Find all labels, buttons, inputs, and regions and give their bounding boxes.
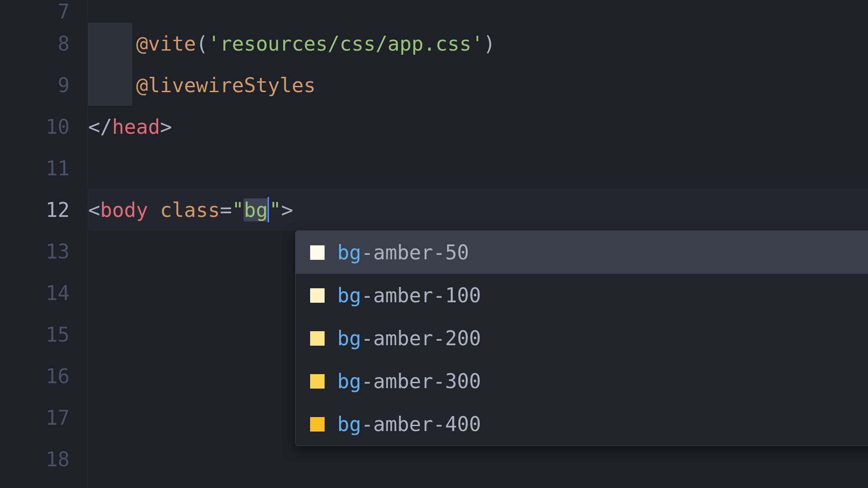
autocomplete-match: bg bbox=[337, 327, 361, 350]
code-line[interactable]: @vite('resources/css/app.css') bbox=[88, 23, 868, 64]
paren-close: ) bbox=[483, 32, 495, 55]
tag-open: < bbox=[88, 198, 100, 221]
space bbox=[148, 198, 160, 221]
code-editor: 7 8 9 10 11 12 13 14 15 16 17 18 @vite('… bbox=[0, 0, 868, 488]
line-number: 16 bbox=[0, 355, 88, 397]
line-number-gutter: 7 8 9 10 11 12 13 14 15 16 17 18 bbox=[0, 0, 88, 488]
code-line[interactable] bbox=[88, 0, 868, 23]
code-area[interactable]: @vite('resources/css/app.css') @livewire… bbox=[88, 0, 868, 488]
color-swatch-icon bbox=[310, 245, 325, 260]
attr-value-typed: bg bbox=[244, 198, 268, 221]
equals: = bbox=[220, 198, 232, 221]
tag-close: > bbox=[160, 115, 172, 138]
autocomplete-item[interactable]: bg-amber-50 bbox=[296, 231, 868, 274]
line-number: 10 bbox=[0, 106, 88, 147]
quote-close: " bbox=[269, 198, 281, 221]
color-swatch-icon bbox=[310, 331, 325, 346]
autocomplete-item[interactable]: bg-amber-300 bbox=[296, 360, 868, 403]
color-swatch-icon bbox=[310, 417, 325, 432]
line-number: 15 bbox=[0, 314, 88, 355]
code-line[interactable]: </head> bbox=[88, 106, 868, 147]
paren-open: ( bbox=[196, 32, 208, 55]
autocomplete-item[interactable]: bg-amber-400 bbox=[296, 403, 868, 446]
line-number: 8 bbox=[0, 23, 88, 64]
line-number: 13 bbox=[0, 230, 88, 272]
code-line[interactable] bbox=[88, 147, 868, 189]
line-number-active: 12 bbox=[0, 189, 88, 230]
autocomplete-popup: bg-amber-50 bg-amber-100 bg-amber-200 bg… bbox=[295, 230, 868, 446]
color-swatch-icon bbox=[310, 288, 325, 303]
autocomplete-rest: -amber-200 bbox=[361, 327, 481, 350]
quote-open: " bbox=[232, 198, 244, 221]
line-number: 17 bbox=[0, 397, 88, 438]
autocomplete-rest: -amber-300 bbox=[361, 370, 481, 393]
color-swatch-icon bbox=[310, 374, 325, 389]
line-number: 14 bbox=[0, 272, 88, 314]
code-line[interactable]: @livewireStyles bbox=[88, 64, 868, 106]
html-tag: head bbox=[112, 115, 160, 138]
autocomplete-match: bg bbox=[337, 370, 361, 393]
code-line-active[interactable]: <body class="bg"> bbox=[88, 189, 868, 230]
autocomplete-item[interactable]: bg-amber-100 bbox=[296, 274, 868, 317]
autocomplete-item[interactable]: bg-amber-200 bbox=[296, 317, 868, 360]
string-literal: 'resources/css/app.css' bbox=[208, 32, 483, 55]
autocomplete-rest: -amber-400 bbox=[361, 413, 481, 436]
tag-close: > bbox=[281, 198, 293, 221]
line-number: 7 bbox=[0, 0, 88, 23]
text-cursor bbox=[268, 197, 269, 222]
html-tag: body bbox=[100, 198, 148, 221]
autocomplete-rest: -amber-50 bbox=[361, 241, 469, 264]
blade-directive: @livewireStyles bbox=[136, 74, 316, 97]
line-number: 11 bbox=[0, 147, 88, 189]
html-attr: class bbox=[160, 198, 220, 221]
autocomplete-match: bg bbox=[337, 284, 361, 307]
autocomplete-match: bg bbox=[337, 241, 361, 264]
line-number: 9 bbox=[0, 64, 88, 106]
tag-open: </ bbox=[88, 115, 112, 138]
autocomplete-match: bg bbox=[337, 413, 361, 436]
autocomplete-rest: -amber-100 bbox=[361, 284, 481, 307]
line-number: 18 bbox=[0, 438, 88, 480]
blade-directive: @vite bbox=[136, 32, 196, 55]
